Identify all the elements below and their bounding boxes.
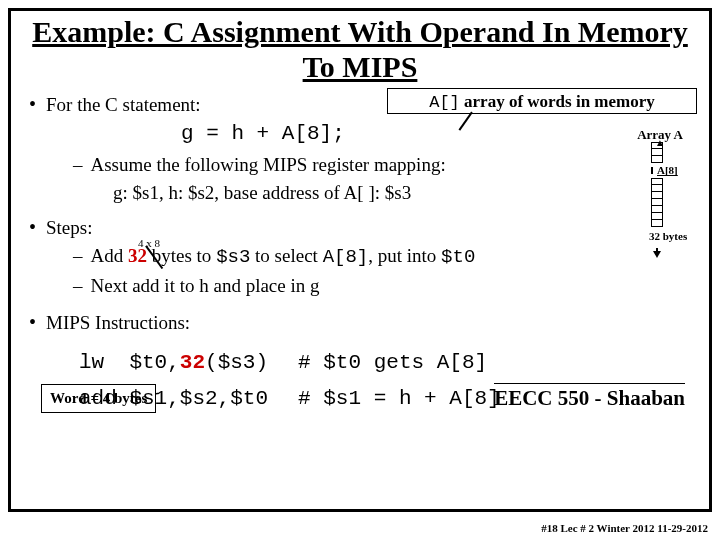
content-area: • For the C statement: A[] array of word… xyxy=(21,84,699,419)
mips-instr: lw $t0,32($s3) xyxy=(79,346,296,380)
bullet-assume: – Assume the following MIPS register map… xyxy=(21,152,699,178)
slide: Example: C Assignment With Operand In Me… xyxy=(8,8,712,512)
code-expression: g = h + A[8]; xyxy=(181,120,699,148)
callout-rest: array of words in memory xyxy=(460,92,655,111)
bullet-icon: • xyxy=(29,215,46,241)
course-footer: EECC 550 - Shaaban xyxy=(494,383,685,412)
dash-icon: – xyxy=(73,273,91,299)
bullet-icon: • xyxy=(29,310,46,336)
bullet-text: For the C statement: xyxy=(46,92,201,118)
slide-subfooter: #18 Lec # 2 Winter 2012 11-29-2012 xyxy=(541,522,708,534)
word-4-bytes-box: Word = 4 bytes xyxy=(41,384,156,412)
bullet-icon: • xyxy=(29,92,46,118)
memory-column: A[8] xyxy=(651,142,663,227)
bytes-label: 32 bytes xyxy=(649,229,691,244)
dash-icon: – xyxy=(73,243,91,271)
mips-label: MIPS Instructions: xyxy=(46,310,190,336)
step2-text: Next add it to h and place in g xyxy=(91,273,320,299)
arrow-down-icon xyxy=(653,251,661,258)
assume-text: Assume the following MIPS register mappi… xyxy=(91,152,446,178)
register-mapping: g: $s1, h: $s2, base address of A[ ]: $s… xyxy=(21,180,699,206)
bullet-steps: • Steps: xyxy=(21,215,699,241)
step-add-32: – Add 32 bytes to $s3 to select A[8], pu… xyxy=(21,243,699,271)
step-next-add: – Next add it to h and place in g xyxy=(21,273,699,299)
a8-label: A[8] xyxy=(657,163,678,178)
arrow-up-icon: ▲ xyxy=(655,136,665,150)
callout-array-words: A[] array of words in memory xyxy=(387,88,697,114)
mapping-text: g: $s1, h: $s2, base address of A[ ]: $s… xyxy=(113,180,411,206)
steps-label: Steps: xyxy=(46,215,92,241)
memory-diagram: ▲ A[8] 32 bytes xyxy=(647,142,691,256)
table-row: lw $t0,32($s3) # $t0 gets A[8] xyxy=(79,346,528,380)
callout-code: A[] xyxy=(429,93,460,112)
mips-comment: # $t0 gets A[8] xyxy=(298,346,528,380)
slide-title: Example: C Assignment With Operand In Me… xyxy=(21,15,699,84)
bullet-mips: • MIPS Instructions: xyxy=(21,310,699,336)
dash-icon: – xyxy=(73,152,91,178)
